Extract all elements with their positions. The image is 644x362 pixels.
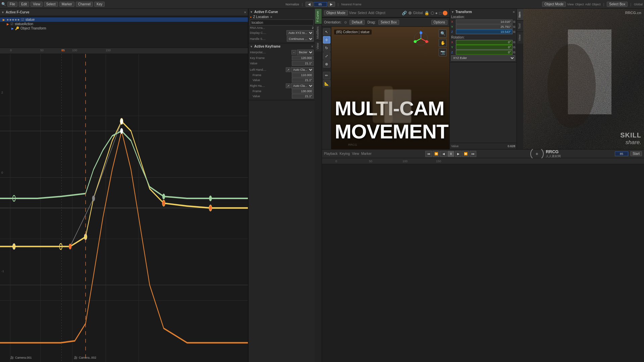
right-frame-input[interactable] [292,89,314,94]
transform-tool[interactable]: ⊕ [323,60,330,68]
viewport-icon-4[interactable]: ⬡ [431,11,434,15]
rot-y-copy[interactable]: ⧉ [513,46,515,49]
tab-tool[interactable]: Tool [517,20,523,32]
left-frame-input[interactable] [292,73,314,77]
play-btn[interactable]: ▶ [455,151,462,157]
marker-menu-top[interactable]: Marker [59,2,74,7]
object-mode-dropdown[interactable]: Object Mode [324,10,348,15]
rot-z-input[interactable] [456,50,513,55]
interpolation-row[interactable]: Interpolat.... ~ Bezier [250,50,314,55]
next-frame-btn[interactable]: ▶ [328,2,335,7]
viewport-icon-1[interactable]: 🔗 [402,11,407,15]
marker-menu[interactable]: Marker [361,152,372,156]
default-orient-btn[interactable]: Default [350,20,365,25]
cursor-tool[interactable]: ↖ [323,28,330,36]
select-menu-btn[interactable]: Select [358,11,367,15]
right-handle-dropdown[interactable]: Auto Cla... [291,83,314,88]
hand-btn[interactable]: ✋ [439,39,447,47]
rotation-mode-dropdown[interactable]: XYZ Euler [451,55,515,61]
search-icon[interactable]: 🔍 [1,2,6,6]
key-menu[interactable]: Key [94,2,105,7]
object-mode-btn-top[interactable]: Object Mode [542,2,566,7]
rot-y-input[interactable] [456,45,513,50]
rot-x-copy[interactable]: ⧉ [513,41,515,44]
tab-fcurve[interactable]: F-Curve [315,9,322,24]
interp-dropdown[interactable]: Bezier [297,50,314,55]
file-menu[interactable]: File [7,2,17,7]
rot-y-row: Y ⧉ [451,45,515,50]
outliner-item-objecttransform[interactable]: ▶ 🔑 Object Transform [0,26,248,31]
handle-dropdown[interactable]: Continuous ... [287,36,314,42]
loc-y-input[interactable] [456,24,513,29]
location-field[interactable]: location [250,19,314,25]
view-menu-btn[interactable]: View [349,11,357,15]
tab-view-side[interactable]: View [517,32,523,44]
camera-btn[interactable]: 📷 [439,48,447,56]
keying-menu[interactable]: Keying [340,152,350,156]
measure-tool[interactable]: 📐 [323,80,330,87]
viewport-icon-2[interactable]: ⚙ [408,11,412,15]
object-menu-btn[interactable]: Object [376,11,385,15]
viewport-icon-6[interactable]: □ [439,11,441,15]
jump-end-btn[interactable]: ⏭ [470,151,476,157]
tab-view[interactable]: View [315,41,322,51]
rot-z-copy[interactable]: ⧉ [513,51,515,54]
timeline-frame-input[interactable] [615,152,628,156]
annotate-tool[interactable]: ✏ [323,72,330,79]
zlocation-close[interactable]: ✕ [270,15,273,19]
right-value-input[interactable] [292,94,314,99]
add-menu-btn[interactable]: Add [368,11,374,15]
jump-start-btn[interactable]: ⏮ [425,151,432,157]
fcurve-close[interactable]: ✕ [244,11,247,14]
view-menu-timeline[interactable]: View [352,152,359,156]
prev-frame-btn[interactable]: ◀ [306,2,313,7]
transform-close[interactable]: ✕ [513,10,515,14]
move-tool[interactable]: ✛ [323,36,330,44]
select-box-btn-top[interactable]: Select Box [607,2,628,7]
outliner-item-statue[interactable]: ▶ ★★★★★ ☑ statue [0,17,248,22]
magnify-btn[interactable]: 🔍 [439,29,447,38]
active-keyframe-section: ▼ Active Keyframe ✕ Interpolat.... ~ Bez… [249,43,315,100]
statueaction-icon: ▶ [7,22,9,26]
channel-menu[interactable]: Channel [76,2,93,7]
edit-menu[interactable]: Edit [19,2,29,7]
tab-modifiers[interactable]: Modifiers [315,24,322,41]
options-btn[interactable]: Options [431,20,447,25]
viewport-icon-3[interactable]: 🔒 [424,11,429,15]
fcurve-collapse-arrow[interactable]: ▼ [1,11,4,14]
next-keyframe-btn[interactable]: ⏩ [462,151,469,157]
timeline-content[interactable]: 0 50 100 150 [322,158,644,362]
loc-y-copy[interactable]: ⧉ [513,25,515,29]
viewport-area: Object Mode View Select Add Object 🔗 ⚙ G… [322,9,644,149]
display-dropdown[interactable]: Auto XYZ to... [286,30,314,36]
loc-x-input[interactable] [456,19,513,24]
frame-input[interactable] [314,2,327,7]
viewport-icon-5[interactable]: ● [435,11,438,15]
view-menu-top[interactable]: View [31,2,43,7]
playback-menu[interactable]: Playback [324,152,338,156]
loc-z-copy[interactable]: ⧉ [513,30,515,34]
select-menu[interactable]: Select [44,2,58,7]
kf-value-input[interactable] [292,61,314,66]
left-value-input[interactable] [292,78,314,82]
3d-scene[interactable]: (85) Collection | statue Z [331,27,449,149]
pause-btn[interactable]: ⏸ [447,151,454,157]
kf-frame-input[interactable] [292,56,314,60]
kf-close[interactable]: ✕ [311,45,314,48]
objecttransform-icon: ▶ [11,27,14,30]
play-reverse-btn[interactable]: ◀ [440,151,447,157]
orient-bar: Orientation: ⊙ Default Drag: Select Box … [322,17,449,27]
checkbox-statue[interactable]: ☑ [21,18,24,21]
checkbox-statueaction[interactable]: ☑ [10,22,13,26]
left-handle-dropdown[interactable]: Auto Cla... [291,67,314,72]
loc-z-input[interactable] [456,29,513,34]
tab-item[interactable]: Item [517,9,523,20]
start-label-btn[interactable]: Start [630,151,642,156]
loc-x-copy[interactable]: ⧉ [513,20,515,24]
outliner-item-statueaction[interactable]: ▶ ☑ statueAction [0,22,248,26]
select-box-orient-btn[interactable]: Select Box [378,20,399,25]
prev-keyframe-btn[interactable]: ⏪ [433,151,439,157]
scale-tool[interactable]: ⤢ [323,52,330,60]
rotate-tool[interactable]: ↻ [323,44,330,52]
rot-x-input[interactable] [456,40,513,45]
